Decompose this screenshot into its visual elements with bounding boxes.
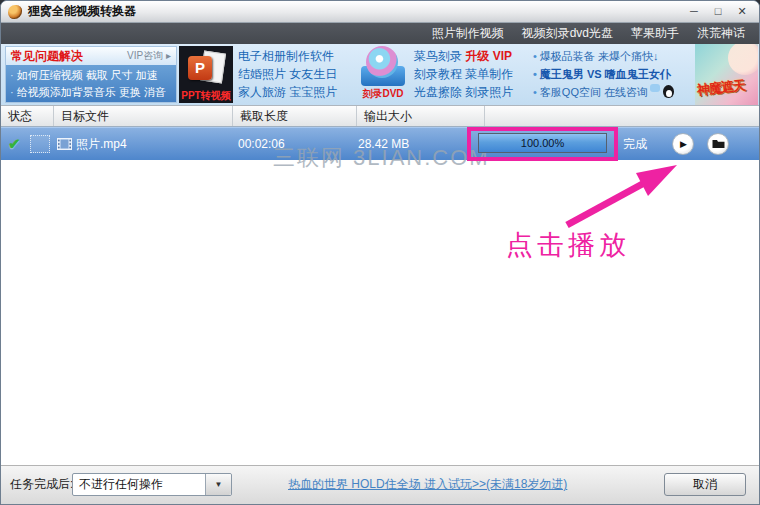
album-link-family[interactable]: 家人旅游 宝宝照片 xyxy=(238,83,352,101)
photo-album-links: 电子相册制作软件 结婚照片 女友生日 家人旅游 宝宝照片 xyxy=(238,47,352,101)
bullet-icon: · xyxy=(10,69,14,81)
bullet-icon: • xyxy=(533,68,537,80)
ad-link-equipment[interactable]: •爆极品装备 来爆个痛快↓ xyxy=(533,47,693,65)
after-task-dropdown[interactable]: 不进行任何操作 ▼ xyxy=(72,473,232,496)
progress-bar: 100.00% xyxy=(478,133,607,153)
app-window: 狸窝全能视频转换器 ─ □ ✕ 照片制作视频 视频刻录dvd光盘 苹果助手 洪荒… xyxy=(0,0,760,505)
watermark: 三联网 3LIAN.COM xyxy=(273,143,490,173)
upgrade-vip-link[interactable]: 升级 VIP xyxy=(465,49,512,63)
column-header-capture-length: 截取长度 xyxy=(233,106,357,126)
bullet-icon: · xyxy=(10,86,14,98)
ad-link-qq[interactable]: •客服QQ空间 在线咨询 xyxy=(533,83,693,101)
burn-link-tutorial[interactable]: 刻录教程 菜单制作 xyxy=(414,65,530,83)
menu-bar: 照片制作视频 视频刻录dvd光盘 苹果助手 洪荒神话 xyxy=(1,23,759,44)
ppt-art: P xyxy=(186,50,226,88)
ad-link-vs-label[interactable]: 魔王鬼男 VS 嗜血鬼王女仆 xyxy=(540,68,671,80)
burn-link-newbie-label[interactable]: 菜鸟刻录 xyxy=(414,49,465,63)
burn-dvd-label[interactable]: 刻录DVD xyxy=(362,86,403,101)
app-logo-icon xyxy=(8,5,22,19)
qq-penguin-icon xyxy=(663,85,674,98)
faq-header: 常见问题解决 VIP咨询 ▸ xyxy=(6,47,176,65)
bullet-icon: • xyxy=(533,86,537,98)
faq-link-bgm[interactable]: ·给视频添加背景音乐 更换 消音 xyxy=(10,84,176,101)
chevron-down-icon[interactable]: ▼ xyxy=(205,474,231,495)
column-header-target-file: 目标文件 xyxy=(54,106,233,126)
faq-link-bgm-label[interactable]: 给视频添加背景音乐 更换 消音 xyxy=(17,86,166,98)
play-icon: ▶ xyxy=(680,139,687,149)
cancel-button[interactable]: 取消 xyxy=(664,473,746,496)
ad-link-vs[interactable]: •魔王鬼男 VS 嗜血鬼王女仆 xyxy=(533,65,693,83)
album-link-software[interactable]: 电子相册制作软件 xyxy=(238,47,352,65)
row-checkbox[interactable] xyxy=(30,135,50,153)
faq-link-compress[interactable]: ·如何压缩视频 截取 尺寸 加速 xyxy=(10,67,176,84)
dvd-art xyxy=(360,46,406,86)
after-task-dropdown-value[interactable]: 不进行任何操作 xyxy=(73,474,205,495)
promo-game-link[interactable]: 热血的世界 HOLD住全场 进入试玩>>(未满18岁勿进) xyxy=(288,466,567,503)
close-button[interactable]: ✕ xyxy=(733,4,751,19)
burn-link-newbie[interactable]: 菜鸟刻录 升级 VIP xyxy=(414,47,530,65)
dvd-disc-icon xyxy=(366,46,398,78)
file-name: 照片.mp4 xyxy=(76,128,127,160)
faq-link-compress-label[interactable]: 如何压缩视频 截取 尺寸 加速 xyxy=(17,69,158,81)
burn-dvd-ad[interactable]: 刻录DVD xyxy=(355,46,411,103)
game-character-image xyxy=(728,44,758,75)
album-link-wedding[interactable]: 结婚照片 女友生日 xyxy=(238,65,352,83)
ad-link-qq-label[interactable]: 客服QQ空间 在线咨询 xyxy=(540,86,648,98)
promo-banner: 常见问题解决 VIP咨询 ▸ ·如何压缩视频 截取 尺寸 加速 ·给视频添加背景… xyxy=(1,44,759,105)
vip-consult-link[interactable]: VIP咨询 ▸ xyxy=(127,49,171,63)
game-ad-links: •爆极品装备 来爆个痛快↓ •魔王鬼男 VS 嗜血鬼王女仆 •客服QQ空间 在线… xyxy=(533,47,693,101)
menu-item-video-burn-dvd[interactable]: 视频刻录dvd光盘 xyxy=(522,25,613,42)
play-button[interactable]: ▶ xyxy=(672,133,694,155)
ppt-to-video-ad[interactable]: P PPT转视频 xyxy=(179,46,233,103)
open-folder-button[interactable] xyxy=(707,133,729,155)
chat-bubble-icon xyxy=(650,84,660,92)
after-task-label: 任务完成后: xyxy=(10,466,73,503)
minimize-button[interactable]: ─ xyxy=(685,4,703,19)
game-banner-ad[interactable]: 神魔遮天 xyxy=(695,44,758,105)
faq-links: ·如何压缩视频 截取 尺寸 加速 ·给视频添加背景音乐 更换 消音 xyxy=(6,65,176,102)
faq-panel: 常见问题解决 VIP咨询 ▸ ·如何压缩视频 截取 尺寸 加速 ·给视频添加背景… xyxy=(5,46,177,103)
file-table-header: 状态 目标文件 截取长度 输出大小 xyxy=(1,105,759,127)
game-banner-title: 神魔遮天 xyxy=(696,77,746,100)
menu-item-apple-assistant[interactable]: 苹果助手 xyxy=(631,25,679,42)
annotation-label: 点击播放 xyxy=(506,227,630,263)
bottom-bar: 任务完成后: 不进行任何操作 ▼ 热血的世界 HOLD住全场 进入试玩>>(未满… xyxy=(1,465,759,504)
film-icon xyxy=(57,138,72,150)
menu-item-game-promo[interactable]: 洪荒神话 xyxy=(697,25,745,42)
column-header-extra xyxy=(485,106,759,126)
window-controls: ─ □ ✕ xyxy=(685,4,751,19)
faq-title: 常见问题解决 xyxy=(11,48,83,65)
column-header-output-size: 输出大小 xyxy=(357,106,485,126)
ppt-logo-icon: P xyxy=(188,56,212,80)
column-header-status: 状态 xyxy=(1,106,54,126)
success-check-icon: ✔ xyxy=(8,135,21,153)
folder-icon xyxy=(712,139,725,149)
ad-link-equipment-label[interactable]: 爆极品装备 来爆个痛快↓ xyxy=(540,50,659,62)
title-bar: 狸窝全能视频转换器 ─ □ ✕ xyxy=(1,1,759,23)
burn-link-erase[interactable]: 光盘擦除 刻录照片 xyxy=(414,83,530,101)
window-title: 狸窝全能视频转换器 xyxy=(28,3,136,20)
maximize-button[interactable]: □ xyxy=(709,4,727,19)
ppt-to-video-label[interactable]: PPT转视频 xyxy=(181,88,230,103)
burn-links: 菜鸟刻录 升级 VIP 刻录教程 菜单制作 光盘擦除 刻录照片 xyxy=(414,47,530,101)
bullet-icon: • xyxy=(533,50,537,62)
menu-item-photo-to-video[interactable]: 照片制作视频 xyxy=(432,25,504,42)
